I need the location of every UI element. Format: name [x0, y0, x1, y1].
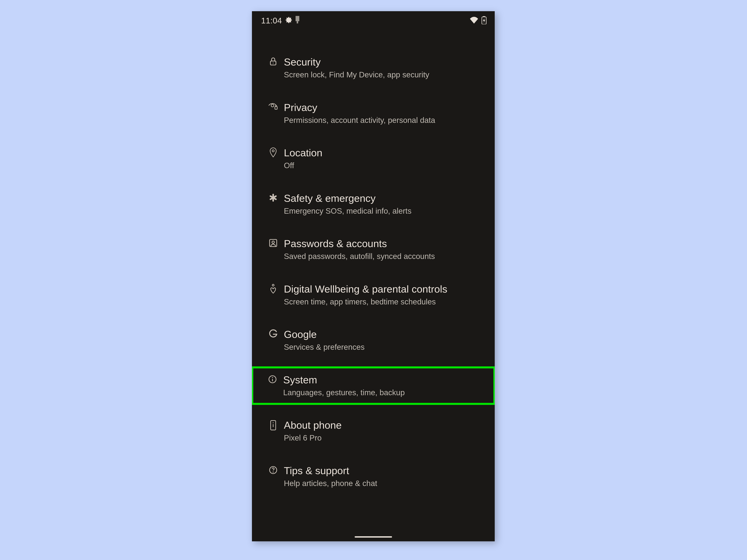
settings-item-title: About phone	[284, 419, 483, 431]
settings-item-title: Digital Wellbeing & parental controls	[284, 283, 483, 295]
google-g-icon	[262, 328, 284, 339]
location-pin-icon	[262, 147, 284, 158]
settings-item-title: System	[283, 374, 483, 386]
settings-item-subtitle: Screen lock, Find My Device, app securit…	[284, 70, 483, 80]
settings-item-system[interactable]: System Languages, gestures, time, backup	[252, 366, 495, 405]
svg-point-15	[272, 284, 274, 286]
settings-list: Security Screen lock, Find My Device, ap…	[252, 42, 495, 503]
settings-item-title: Privacy	[284, 102, 483, 114]
status-bar: 11:04	[252, 11, 495, 30]
settings-item-privacy[interactable]: Privacy Permissions, account activity, p…	[252, 94, 495, 133]
svg-rect-8	[275, 107, 277, 109]
settings-item-subtitle: Services & preferences	[284, 342, 483, 352]
settings-item-subtitle: Permissions, account activity, personal …	[284, 115, 483, 125]
settings-item-subtitle: Emergency SOS, medical info, alerts	[284, 206, 483, 216]
status-clock: 11:04	[261, 16, 282, 25]
svg-point-18	[272, 377, 273, 378]
settings-item-title: Google	[284, 328, 483, 341]
settings-item-title: Passwords & accounts	[284, 238, 483, 250]
asterisk-icon	[262, 192, 284, 203]
status-left: 11:04	[261, 16, 299, 25]
svg-point-23	[273, 472, 274, 473]
settings-item-subtitle: Off	[284, 161, 483, 170]
notification-icon	[295, 16, 299, 25]
settings-item-safety[interactable]: Safety & emergency Emergency SOS, medica…	[252, 185, 495, 223]
help-circle-icon	[262, 464, 284, 475]
settings-item-subtitle: Pixel 6 Pro	[284, 433, 483, 443]
settings-item-location[interactable]: Location Off	[252, 139, 495, 178]
settings-item-wellbeing[interactable]: Digital Wellbeing & parental controls Sc…	[252, 275, 495, 314]
settings-item-subtitle: Screen time, app timers, bedtime schedul…	[284, 297, 483, 307]
nav-handle[interactable]	[355, 536, 392, 538]
settings-item-title: Tips & support	[284, 464, 483, 477]
settings-item-title: Security	[284, 56, 483, 68]
settings-item-security[interactable]: Security Screen lock, Find My Device, ap…	[252, 49, 495, 87]
settings-item-passwords[interactable]: Passwords & accounts Saved passwords, au…	[252, 230, 495, 269]
phone-info-icon	[262, 419, 284, 431]
phone-frame: 11:04	[252, 11, 495, 541]
svg-rect-1	[295, 16, 299, 21]
wellbeing-heart-icon	[262, 283, 284, 294]
gear-icon	[285, 16, 292, 25]
svg-rect-2	[297, 21, 298, 23]
settings-item-google[interactable]: Google Services & preferences	[252, 321, 495, 359]
lock-icon	[262, 56, 284, 66]
svg-point-14	[272, 241, 274, 243]
wifi-icon	[470, 17, 478, 24]
status-right	[470, 16, 487, 25]
info-icon	[262, 374, 283, 384]
settings-item-title: Safety & emergency	[284, 192, 483, 205]
settings-item-subtitle: Saved passwords, autofill, synced accoun…	[284, 251, 483, 261]
settings-item-tips[interactable]: Tips & support Help articles, phone & ch…	[252, 457, 495, 496]
svg-point-9	[272, 150, 274, 152]
battery-charging-icon	[482, 16, 487, 25]
privacy-eye-icon	[262, 102, 284, 110]
account-box-icon	[262, 238, 284, 248]
svg-point-7	[271, 104, 274, 107]
settings-item-subtitle: Help articles, phone & chat	[284, 479, 483, 488]
settings-item-subtitle: Languages, gestures, time, backup	[283, 388, 483, 398]
settings-item-about[interactable]: About phone Pixel 6 Pro	[252, 412, 495, 450]
svg-point-21	[273, 422, 274, 423]
settings-item-title: Location	[284, 147, 483, 159]
